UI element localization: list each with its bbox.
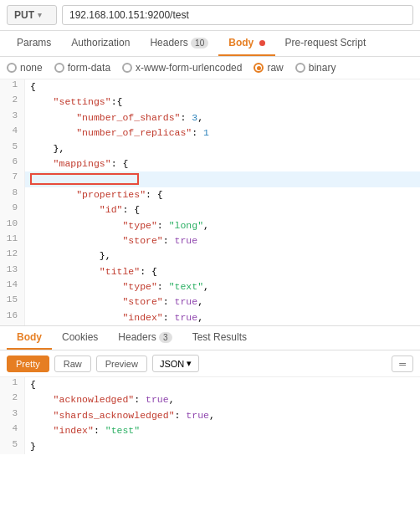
line-number: 17 [0,325,25,326]
line-content: "id": { [25,202,420,217]
url-input[interactable] [62,5,413,25]
line-content: "number_of_replicas": 1 [25,125,420,141]
code-line: 14 "type": "text", [0,279,420,294]
line-content [25,171,420,187]
line-number: 10 [0,218,25,233]
bottom-tab-body[interactable]: Body [7,326,52,350]
line-content: "analyzer": "standard" [25,325,420,326]
line-content: }, [25,248,420,263]
code-line: 11 "store": true [0,233,420,248]
code-line: 2 "settings":{ [0,95,420,110]
line-content: "mappings": { [25,156,420,171]
radio-raw[interactable]: raw [254,62,283,74]
format-row: Pretty Raw Preview JSON ▾ ═ [0,350,420,377]
radio-binary[interactable]: binary [295,62,336,74]
bottom-tab-cookies[interactable]: Cookies [52,326,108,350]
line-number: 8 [0,187,25,202]
radio-binary-circle [295,63,305,73]
line-number: 9 [0,202,25,217]
code-line: 10 "type": "long", [0,218,420,233]
redbox-highlight [30,173,139,185]
response-lines: 1{2 "acknowledged": true,3 "shards_ackno… [0,377,420,454]
line-number: 14 [0,279,25,294]
response-line: 3 "shards_acknowledged": true, [0,408,420,423]
response-line-content: "acknowledged": true, [25,392,420,407]
response-line: 5} [0,439,420,454]
code-editor[interactable]: 1{2 "settings":{3 "number_of_shards": 3,… [0,79,420,326]
line-content: "store": true [25,233,420,248]
line-number: 3 [0,110,25,125]
code-line: 12 }, [0,248,420,263]
format-raw-btn[interactable]: Raw [54,356,91,372]
response-line: 1{ [0,377,420,392]
code-line: 4 "number_of_replicas": 1 [0,125,420,141]
radio-urlencoded-label: x-www-form-urlencoded [136,62,242,74]
line-content: "settings":{ [25,95,420,110]
line-number: 12 [0,248,25,263]
bottom-tab-headers[interactable]: Headers 3 [108,326,182,350]
radio-form-data-label: form-data [68,62,110,74]
radio-urlencoded[interactable]: x-www-form-urlencoded [122,62,242,74]
tab-authorization[interactable]: Authorization [61,31,140,56]
radio-binary-label: binary [309,62,336,74]
code-line: 1{ [0,79,420,95]
body-type-row: none form-data x-www-form-urlencoded raw… [0,57,420,79]
code-line: 7 [0,171,420,187]
line-number: 15 [0,294,25,309]
line-content: "index": true, [25,310,420,325]
line-content: "type": "long", [25,218,420,233]
tab-params[interactable]: Params [7,31,61,56]
response-line-number: 5 [0,439,25,454]
tab-pre-request-script[interactable]: Pre-request Script [275,31,376,56]
line-content: "number_of_shards": 3, [25,110,420,125]
radio-raw-label: raw [267,62,283,74]
code-line: 15 "store": true, [0,294,420,309]
line-number: 11 [0,233,25,248]
line-number: 13 [0,264,25,279]
radio-none-label: none [20,62,43,74]
format-type-select[interactable]: JSON ▾ [152,355,199,372]
response-line-number: 4 [0,423,25,438]
tab-headers[interactable]: Headers 10 [140,31,218,56]
copy-response-btn[interactable]: ═ [392,356,413,372]
method-label: PUT [14,9,34,21]
line-content: "store": true, [25,294,420,309]
line-content: "title": { [25,264,420,279]
format-preview-btn[interactable]: Preview [96,356,147,372]
radio-urlencoded-circle [122,63,132,73]
response-line-number: 3 [0,408,25,423]
tab-body[interactable]: Body [218,31,274,56]
code-line: 16 "index": true, [0,310,420,325]
code-line: 8 "properties": { [0,187,420,202]
response-line-content: } [25,439,420,454]
line-number: 1 [0,79,25,95]
line-number: 4 [0,125,25,141]
code-lines: 1{2 "settings":{3 "number_of_shards": 3,… [0,79,420,326]
response-line-content: "index": "test" [25,423,420,438]
radio-none[interactable]: none [7,62,43,74]
response-tabs: Body Cookies Headers 3 Test Results [0,326,420,350]
line-content: { [25,79,420,95]
radio-form-data-circle [54,63,64,73]
response-headers-badge: 3 [159,332,172,343]
method-select[interactable]: PUT ▾ [7,5,57,25]
line-content: "type": "text", [25,279,420,294]
line-number: 7 [0,171,25,187]
line-number: 16 [0,310,25,325]
url-bar: PUT ▾ [0,0,420,31]
format-pretty-btn[interactable]: Pretty [7,356,49,372]
format-chevron-icon: ▾ [187,358,192,369]
radio-form-data[interactable]: form-data [54,62,110,74]
response-line-number: 2 [0,392,25,407]
response-area: 1{2 "acknowledged": true,3 "shards_ackno… [0,377,420,454]
radio-none-circle [7,63,17,73]
bottom-tab-test-results[interactable]: Test Results [182,326,257,350]
radio-raw-circle [254,63,264,73]
code-line: 3 "number_of_shards": 3, [0,110,420,125]
request-tabs: Params Authorization Headers 10 Body Pre… [0,31,420,57]
response-line: 2 "acknowledged": true, [0,392,420,407]
response-line-content: { [25,377,420,392]
format-type-label: JSON [160,359,184,369]
code-line: 6 "mappings": { [0,156,420,171]
body-dot [259,40,265,46]
